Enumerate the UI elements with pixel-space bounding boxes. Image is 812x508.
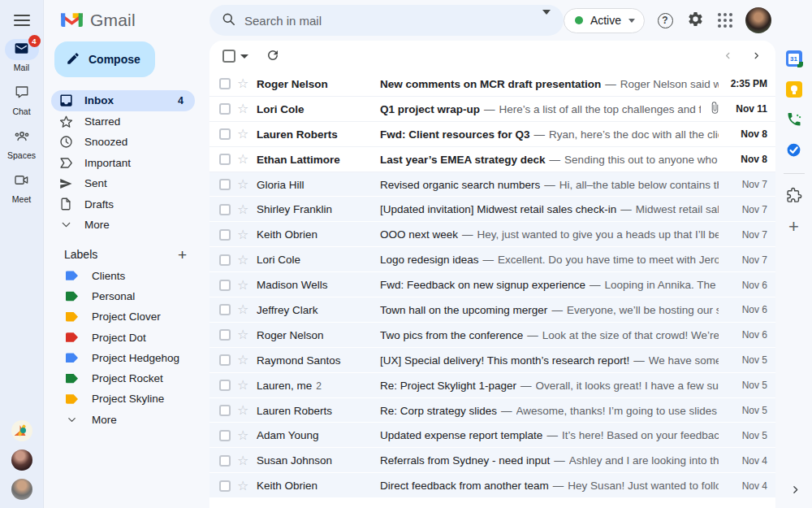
email-row[interactable]: ☆Keith ObrienOOO next week—Hey, just wan… — [209, 222, 775, 247]
calendar-button[interactable]: 31 — [785, 50, 803, 67]
compose-button[interactable]: Compose — [54, 41, 155, 77]
newer-page-button[interactable] — [723, 50, 732, 63]
label-item-project-hedgehog[interactable]: Project Hedgehog — [45, 348, 201, 368]
select-options-caret[interactable] — [240, 54, 248, 59]
label-item-project-rocket[interactable]: Project Rocket — [45, 368, 201, 389]
row-checkbox[interactable] — [219, 128, 231, 140]
rail-bottom — [0, 420, 43, 500]
rail-item-chat[interactable]: Chat — [5, 83, 39, 116]
row-checkbox[interactable] — [219, 154, 231, 165]
sidebar-item-sent[interactable]: Sent — [45, 173, 195, 194]
sidebar-item-inbox[interactable]: Inbox4 — [51, 90, 195, 111]
email-row[interactable]: ☆Susan JohnsonReferrals from Sydney - ne… — [209, 448, 775, 473]
sidebar-item-starred[interactable]: Starred — [45, 111, 195, 132]
refresh-button[interactable] — [263, 46, 283, 66]
row-checkbox[interactable] — [219, 254, 231, 266]
star-toggle[interactable]: ☆ — [237, 379, 257, 392]
star-toggle[interactable]: ☆ — [237, 303, 257, 316]
row-checkbox[interactable] — [219, 354, 231, 366]
email-row[interactable]: ☆Keith ObrienDirect feedback from anothe… — [209, 473, 775, 498]
label-item-personal[interactable]: Personal — [45, 286, 201, 306]
star-toggle[interactable]: ☆ — [237, 429, 257, 442]
star-toggle[interactable]: ☆ — [237, 128, 257, 141]
rail-item-meet[interactable]: Meet — [5, 171, 39, 204]
sidebar-item-snoozed[interactable]: Snoozed — [45, 132, 195, 153]
row-checkbox[interactable] — [219, 405, 231, 416]
star-toggle[interactable]: ☆ — [237, 454, 257, 467]
row-checkbox[interactable] — [219, 304, 231, 315]
addons-button[interactable] — [785, 187, 803, 205]
status-selector[interactable]: Active — [564, 8, 645, 33]
row-checkbox[interactable] — [219, 204, 231, 215]
workspace-logo[interactable] — [11, 420, 32, 441]
email-row[interactable]: ☆Lauren, me2Re: Project Skylight 1-pager… — [209, 373, 775, 398]
row-checkbox[interactable] — [219, 179, 231, 190]
email-row[interactable]: ☆Madison WellsFwd: Feedback on new signu… — [209, 272, 775, 297]
row-checkbox[interactable] — [219, 329, 231, 341]
add-label-button[interactable]: + — [178, 247, 195, 263]
star-toggle[interactable]: ☆ — [237, 203, 257, 216]
star-toggle[interactable]: ☆ — [237, 404, 257, 417]
star-toggle[interactable]: ☆ — [237, 153, 257, 166]
row-checkbox[interactable] — [219, 229, 231, 241]
star-toggle[interactable]: ☆ — [237, 77, 257, 90]
email-sender: Roger Nelson — [257, 78, 380, 90]
star-toggle[interactable]: ☆ — [237, 178, 257, 191]
email-row[interactable]: ☆Raymond Santos[UX] Special delivery! Th… — [209, 348, 775, 373]
keep-button[interactable] — [785, 80, 803, 98]
label-item-project-skyline[interactable]: Project Skyline — [45, 389, 201, 409]
keep-icon — [786, 81, 802, 98]
email-row[interactable]: ☆Jeffrey ClarkTown hall on the upcoming … — [209, 297, 775, 323]
label-item-clients[interactable]: Clients — [45, 266, 201, 286]
label-item-project-clover[interactable]: Project Clover — [45, 306, 201, 327]
older-page-button[interactable] — [752, 50, 761, 63]
row-checkbox[interactable] — [219, 280, 231, 291]
voice-button[interactable] — [785, 111, 803, 129]
chat-avatar-1[interactable] — [11, 449, 32, 471]
search-options-button[interactable] — [538, 10, 555, 32]
star-toggle[interactable]: ☆ — [237, 279, 257, 292]
email-row[interactable]: ☆Lori ColeLogo redesign ideas—Excellent.… — [209, 247, 775, 272]
email-content: [UX] Special delivery! This month’s rese… — [380, 354, 719, 367]
row-checkbox[interactable] — [219, 380, 231, 391]
google-apps-button[interactable] — [715, 11, 735, 30]
star-toggle[interactable]: ☆ — [237, 228, 257, 241]
main-menu-button[interactable] — [14, 15, 30, 26]
email-row[interactable]: ☆Ethan LattimoreLast year’s EMEA strateg… — [209, 147, 775, 172]
email-row[interactable]: ☆Roger NelsonTwo pics from the conferenc… — [209, 323, 775, 348]
row-checkbox[interactable] — [219, 480, 231, 492]
plus-button[interactable]: + — [785, 218, 803, 236]
row-checkbox[interactable] — [219, 103, 231, 115]
help-button[interactable]: ? — [655, 11, 675, 30]
search-input[interactable] — [244, 14, 538, 28]
star-toggle[interactable]: ☆ — [237, 328, 257, 341]
star-toggle[interactable]: ☆ — [237, 102, 257, 115]
sidebar-item-important[interactable]: Important — [45, 153, 195, 174]
row-checkbox[interactable] — [219, 430, 231, 441]
side-panel-expand-button[interactable] — [790, 484, 801, 497]
email-sender: Adam Young — [257, 429, 380, 441]
row-checkbox[interactable] — [219, 78, 231, 89]
row-checkbox[interactable] — [219, 455, 231, 467]
account-avatar[interactable] — [745, 7, 771, 33]
rail-item-mail[interactable]: 4Mail — [5, 39, 39, 72]
rail-item-spaces[interactable]: Spaces — [5, 127, 39, 160]
settings-button[interactable] — [685, 11, 705, 30]
email-row[interactable]: ☆Lori ColeQ1 project wrap-up—Here’s a li… — [209, 97, 775, 122]
email-row[interactable]: ☆Adam YoungUpdated expense report templa… — [209, 423, 775, 448]
tasks-button[interactable] — [785, 142, 803, 160]
sidebar-item-drafts[interactable]: Drafts — [45, 194, 195, 215]
select-all-checkbox[interactable] — [222, 50, 235, 63]
star-toggle[interactable]: ☆ — [237, 480, 257, 493]
chat-avatar-2[interactable] — [11, 479, 32, 500]
star-toggle[interactable]: ☆ — [237, 354, 257, 367]
email-row[interactable]: ☆Gloria HillRevised organic search numbe… — [209, 172, 775, 198]
label-item-project-dot[interactable]: Project Dot — [45, 327, 201, 347]
sidebar-item-more[interactable]: More — [45, 215, 195, 236]
email-row[interactable]: ☆Roger NelsonNew comments on MCR draft p… — [209, 72, 775, 97]
label-item-more[interactable]: More — [45, 410, 201, 430]
email-row[interactable]: ☆Lauren RobertsFwd: Client resources for… — [209, 122, 775, 147]
email-row[interactable]: ☆Lauren RobertsRe: Corp strategy slides—… — [209, 398, 775, 423]
email-row[interactable]: ☆Shirley Franklin[Updated invitation] Mi… — [209, 197, 775, 222]
star-toggle[interactable]: ☆ — [237, 254, 257, 267]
